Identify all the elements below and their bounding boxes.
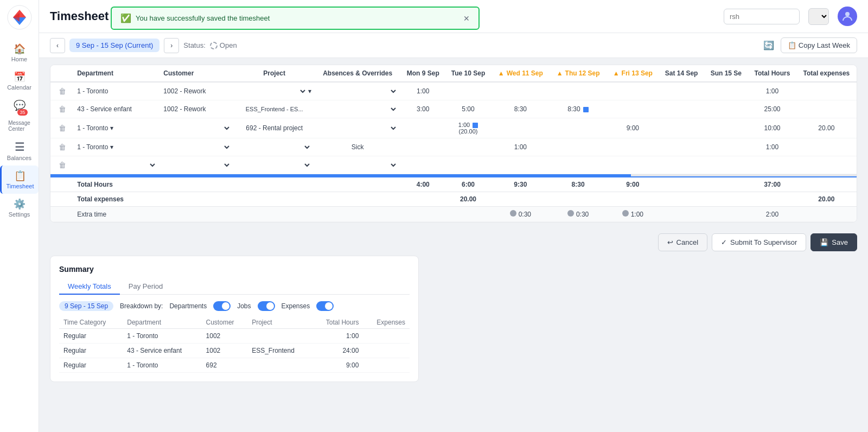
sidebar-item-home[interactable]: 🏠 Home [0,39,39,67]
total-expenses-sat [659,192,704,207]
row2-total-hours: 25:00 [748,100,796,118]
departments-toggle[interactable] [213,301,231,311]
sidebar-item-timesheet[interactable]: 📋 Timesheet [0,166,39,194]
row2-sat[interactable] [659,100,704,118]
cancel-button[interactable]: ↩ Cancel [658,233,707,251]
row5-fri[interactable] [607,156,659,174]
page-title: Timesheet [50,9,108,23]
row3-thu[interactable] [550,118,606,138]
row4-tue[interactable] [445,138,492,156]
save-button[interactable]: 💾 Save [810,233,857,251]
summary-row1-customer: 1002 [202,329,248,344]
sidebar-item-settings[interactable]: ⚙️ Settings [0,194,39,222]
submit-to-supervisor-button[interactable]: ✓ Submit To Supervisor [712,233,806,251]
row5-sun[interactable] [704,156,748,174]
jobs-toggle[interactable] [258,301,275,311]
col-header-wed: ▲Wed 11 Sep [491,65,550,82]
row5-sat[interactable] [659,156,704,174]
row2-thu[interactable]: 8:30 [550,100,606,118]
row3-sun[interactable] [704,118,748,138]
sidebar-item-messages[interactable]: 💬 35 MessageCenter [0,95,39,136]
refresh-button[interactable]: 🔄 [761,38,776,53]
tab-weekly-totals[interactable]: Weekly Totals [59,279,120,295]
row1-sat[interactable] [659,82,704,100]
row2-fri[interactable] [607,100,659,118]
row4-sun[interactable] [704,138,748,156]
extra-time-fri: 1:00 [607,207,659,222]
sidebar-item-label: Settings [9,211,30,218]
total-hours-sat [659,177,704,192]
row1-thu[interactable] [550,82,606,100]
row5-tue[interactable] [445,156,492,174]
row3-mon[interactable] [401,118,445,138]
settings-icon: ⚙️ [14,198,25,210]
row5-total-expenses [796,156,857,174]
prev-period-button[interactable]: ‹ [50,38,65,53]
avatar[interactable] [838,7,857,26]
sidebar-item-label: Home [11,56,27,62]
row3-tue[interactable]: 1:00 (20.00) [445,118,492,138]
row4-customer-select[interactable] [163,143,231,151]
chevron-down-icon: ▾ [308,87,311,95]
row3-wed[interactable] [491,118,550,138]
delete-row-2-button[interactable]: 🗑 [55,104,69,115]
next-period-button[interactable]: › [164,38,179,53]
row5-department-select[interactable] [77,161,157,169]
row4-sat[interactable] [659,138,704,156]
summary-container: Summary Weekly Totals Pay Period 9 Sep -… [50,256,419,382]
logo[interactable] [7,4,33,32]
delete-row-5-button[interactable]: 🗑 [55,160,69,170]
row3-fri[interactable]: 9:00 [607,118,659,138]
row1-absences-select[interactable] [318,87,398,96]
row4-project-select[interactable] [238,143,311,151]
summary-col-department: Department [123,316,201,329]
delete-row-4-button[interactable]: 🗑 [55,142,69,153]
copy-last-week-button[interactable]: 📋 Copy Last Week [781,37,857,53]
sidebar-item-balances[interactable]: ☰ Balances [0,136,39,166]
extra-time-expenses [796,207,857,222]
row3-sat[interactable] [659,118,704,138]
row4-fri[interactable] [607,138,659,156]
extra-dot-wed [510,210,516,217]
row4-total-hours: 1:00 [748,138,796,156]
tab-pay-period[interactable]: Pay Period [120,279,172,295]
row3-absences-select[interactable] [318,124,398,132]
total-expenses-wed [491,192,550,207]
row1-wed[interactable] [491,82,550,100]
row5-thu[interactable] [550,156,606,174]
extra-time-sun [704,207,748,222]
extra-time-tue [445,207,492,222]
row3-customer-select[interactable] [163,124,231,132]
row2-mon[interactable]: 3:00 [401,100,445,118]
row4-thu[interactable] [550,138,606,156]
language-select[interactable] [808,8,829,25]
sidebar-item-calendar[interactable]: 📅 Calendar [0,67,39,95]
row4-mon[interactable] [401,138,445,156]
row2-sun[interactable] [704,100,748,118]
expenses-toggle[interactable] [316,301,334,311]
success-close-button[interactable]: ✕ [463,14,470,23]
period-button[interactable]: 9 Sep - 15 Sep (Current) [69,39,159,52]
row1-project-select[interactable] [238,87,307,96]
delete-row-3-button[interactable]: 🗑 [55,123,69,134]
row1-mon[interactable]: 1:00 [401,82,445,100]
warning-thu-icon: ▲ [557,69,563,77]
delete-row-1-button[interactable]: 🗑 [55,86,69,97]
row1-tue[interactable] [445,82,492,100]
row5-wed[interactable] [491,156,550,174]
row1-fri[interactable] [607,82,659,100]
row2-tue[interactable]: 5:00 [445,100,492,118]
timesheet-table: Department Customer Project Absences & O… [50,65,857,222]
row5-project-select[interactable] [238,161,311,169]
jobs-label: Jobs [237,302,251,310]
row4-wed[interactable]: 1:00 [491,138,550,156]
row1-sun[interactable] [704,82,748,100]
row2-absences-select[interactable] [318,105,398,113]
total-hours-row: Total Hours 4:00 6:00 9:30 8:30 9:00 37:… [50,177,857,192]
row5-mon[interactable] [401,156,445,174]
row2-wed[interactable]: 8:30 [491,100,550,118]
row5-absences-select[interactable] [318,161,398,169]
row1-customer: 1002 - Rework [160,82,234,100]
row5-customer-select[interactable] [163,161,231,169]
search-input[interactable] [724,9,800,24]
